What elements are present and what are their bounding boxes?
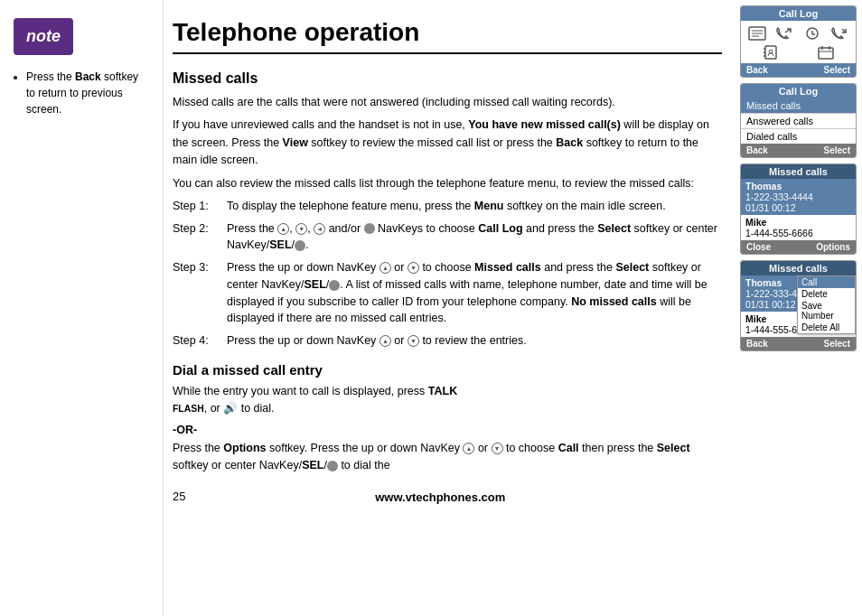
dial-para2: Press the Options softkey. Press the up … (173, 440, 722, 475)
main-content: Telephone operation Missed calls Missed … (163, 0, 740, 616)
website: www.vtechphones.com (375, 490, 505, 504)
or-text: -OR- (173, 424, 722, 436)
panel2-softkeys: Back Select (741, 144, 856, 157)
icon-phone-down (829, 25, 849, 42)
panel4-softkeys: Back Select (741, 337, 856, 350)
page-title: Telephone operation (173, 18, 722, 54)
step-1: Step 1: To display the telephone feature… (173, 198, 722, 215)
missed-calls-para1: Missed calls are the calls that were not… (173, 94, 722, 111)
section-title-1: Missed calls (173, 70, 722, 87)
note-badge: note (14, 18, 73, 55)
note-text: Press the Back softkey to return to prev… (14, 69, 149, 117)
panel3-softkeys: Close Options (741, 240, 856, 254)
step-3-content: Press the up or down NavKey ▲ or ▼ to ch… (227, 259, 722, 327)
missed-calls-para3: You can also review the missed calls lis… (173, 175, 722, 192)
svg-point-13 (769, 50, 773, 53)
panel-missed-calls-list: Missed calls Thomas 1-222-333-4444 01/31… (740, 163, 857, 255)
panel3-entry-thomas[interactable]: Thomas 1-222-333-4444 01/31 00:12 (741, 179, 856, 215)
menu-missed-calls[interactable]: Missed calls (741, 98, 856, 113)
section-dial-missed: Dial a missed call entry While the entry… (173, 362, 722, 475)
dial-para1: While the entry you want to call is disp… (173, 383, 722, 418)
context-item-save[interactable]: Save Number (798, 300, 855, 322)
panel3-options-key[interactable]: Options (816, 242, 850, 252)
svg-rect-14 (819, 48, 833, 59)
panel1-back-key[interactable]: Back (746, 65, 768, 75)
panel3-mike-number: 1-444-555-6666 (745, 228, 851, 238)
panel2-header: Call Log (741, 84, 856, 98)
context-menu-popup: Call Delete Save Number Delete All (797, 275, 856, 334)
panel1-select-key[interactable]: Select (824, 65, 850, 75)
right-panels: Call Log (740, 0, 862, 616)
step-1-content: To display the telephone feature menu, p… (227, 198, 722, 215)
panel3-thomas-name: Thomas (745, 181, 851, 191)
panel-call-log-icons: Call Log (740, 5, 857, 78)
step-4-label: Step 4: (173, 332, 227, 350)
icon-clock (802, 25, 822, 42)
panel3-entry-mike[interactable]: Mike 1-444-555-6666 (741, 215, 856, 240)
panel4-entries-container: Thomas 1-222-333-4444 01/31 00:12 Mike 1… (741, 275, 856, 337)
panel3-thomas-number: 1-222-333-4444 (745, 191, 851, 202)
step-4-content: Press the up or down NavKey ▲ or ▼ to re… (227, 332, 722, 350)
step-2: Step 2: Press the ▲, ▼, ◄ and/or NavKeys… (173, 220, 722, 255)
panel3-mike-name: Mike (745, 217, 851, 228)
context-item-call[interactable]: Call (798, 276, 855, 288)
step-1-label: Step 1: (173, 198, 227, 215)
panel1-header: Call Log (741, 6, 856, 21)
panel3-header: Missed calls (741, 164, 856, 179)
panel-call-log-menu: Call Log Missed calls Answered calls Dia… (740, 83, 857, 158)
steps-container: Step 1: To display the telephone feature… (173, 198, 722, 350)
panel4-select-key[interactable]: Select (824, 339, 850, 349)
context-item-delete-all[interactable]: Delete All (798, 322, 855, 333)
icon-list (747, 25, 767, 42)
left-sidebar: note Press the Back softkey to return to… (0, 0, 163, 616)
section-missed-calls: Missed calls Missed calls are the calls … (173, 70, 722, 350)
missed-calls-para2: If you have unreviewed calls and the han… (173, 117, 722, 169)
page-number: 25 (173, 490, 185, 503)
menu-dialed-calls[interactable]: Dialed calls (741, 129, 856, 144)
step-2-label: Step 2: (173, 220, 227, 255)
step-2-content: Press the ▲, ▼, ◄ and/or NavKeys to choo… (227, 220, 722, 255)
panel2-select-key[interactable]: Select (824, 145, 850, 155)
footer-row: 25 www.vtechphones.com (173, 481, 722, 504)
panel4-header: Missed calls (741, 261, 856, 275)
context-item-delete[interactable]: Delete (798, 288, 855, 300)
panel-missed-calls-context: Missed calls Thomas 1-222-333-4444 01/31… (740, 260, 857, 351)
icon-phone-arrow (774, 25, 794, 42)
step-3-label: Step 3: (173, 259, 227, 327)
step-4: Step 4: Press the up or down NavKey ▲ or… (173, 332, 722, 350)
svg-rect-9 (765, 46, 776, 59)
panel1-softkeys: Back Select (741, 63, 856, 77)
section-title-2: Dial a missed call entry (173, 362, 722, 378)
panel2-back-key[interactable]: Back (746, 145, 768, 155)
panel1-icons (741, 21, 856, 63)
icon-calendar (816, 44, 836, 61)
icon-phone-book (761, 44, 781, 61)
panel4-back-key[interactable]: Back (746, 339, 768, 349)
panel3-thomas-datetime: 01/31 00:12 (745, 202, 851, 213)
menu-answered-calls[interactable]: Answered calls (741, 114, 856, 128)
panel3-close-key[interactable]: Close (746, 242, 771, 252)
step-3: Step 3: Press the up or down NavKey ▲ or… (173, 259, 722, 327)
